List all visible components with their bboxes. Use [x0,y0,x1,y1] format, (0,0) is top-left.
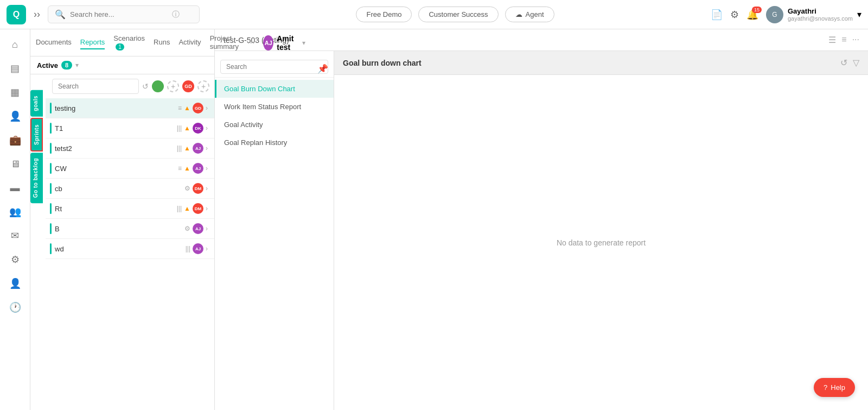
view-lines-icon[interactable]: ≡ [841,35,846,45]
goals-search-bar: ↺ + GD + [46,74,214,98]
global-search-input[interactable] [70,10,168,18]
user-profile[interactable]: G Gayathri gayathri@snovasys.com ▾ [766,6,861,23]
add-filter-button[interactable]: + [197,80,209,92]
active-dropdown-arrow[interactable]: ▾ [75,61,79,69]
sidebar-icon-calendar[interactable]: ▦ [4,81,26,103]
pin-icon[interactable]: 📌 [317,64,328,74]
tab-reports[interactable]: Reports [80,36,105,49]
report-item-replan-history[interactable]: Goal Replan History [215,134,334,152]
expand-button[interactable]: ›› [31,7,42,22]
goal-avatar: DM [193,203,203,214]
amit-name: Amit test [277,34,298,52]
goal-avatar: DK [193,123,203,134]
sidebar-icon-team[interactable]: 👥 [4,201,26,223]
scenarios-badge: 1 [116,43,124,51]
user-filter-avatar[interactable]: GD [182,80,194,92]
goal-avatar: AJ [193,143,203,154]
goal-row-testing[interactable]: testing ≡ ▲ GD › [46,98,214,118]
hamburger-icon: ≡ [178,104,182,112]
agent-button[interactable]: ☁ Agent [505,7,554,22]
sidebar-icon-tv[interactable]: ▤ [4,58,26,79]
tab-scenarios[interactable]: Scenarios 1 [113,32,145,54]
goal-row-rt[interactable]: Rt ||| ▲ DM › [46,199,214,219]
active-section: Active 8 ▾ [30,56,214,74]
view-list-icon[interactable]: ☰ [828,35,836,45]
goal-indicator [50,123,52,134]
reports-search-input[interactable] [220,60,328,74]
goal-avatar: GD [193,103,203,113]
tab-runs[interactable]: Runs [154,36,170,49]
sidebar-icon-mail[interactable]: ✉ [4,225,26,247]
goal-name: B [55,225,181,233]
goal-indicator [50,183,52,194]
chart-filter-icon[interactable]: ▽ [853,58,859,68]
goal-indicator [50,203,52,214]
settings-icon[interactable]: ⚙ [730,9,739,21]
tab-activity[interactable]: Activity [178,36,201,49]
sidebar-icon-monitor[interactable]: 🖥 [4,153,26,175]
chevron-right-icon[interactable]: › [206,104,208,112]
goal-name: T1 [55,124,174,133]
vtab-goals[interactable]: goals [30,90,43,117]
goals-search-input[interactable] [52,79,139,94]
sidebar-icon-card[interactable]: ▬ [4,177,26,199]
chevron-right-icon[interactable]: › [206,144,208,152]
reports-area: 📌 Goal Burn Down Chart Work Item Status … [215,51,868,410]
chart-refresh-icon[interactable]: ↺ [840,58,847,68]
report-item-burn-down[interactable]: Goal Burn Down Chart [215,80,334,98]
chevron-right-icon[interactable]: › [206,165,208,172]
goal-name: tetst2 [55,144,174,153]
chevron-right-icon[interactable]: › [206,124,208,132]
chevron-right-icon[interactable]: › [206,245,208,253]
bars-icon: ||| [177,205,182,212]
goal-row-cb[interactable]: cb ⚙ DM › [46,179,214,199]
tab-project-summary[interactable]: Project summary [210,32,239,54]
document-icon[interactable]: 📄 [711,9,723,21]
vertical-tabs: goals Sprints Go to backlog [30,90,43,204]
tab-more-button[interactable]: ··· [247,38,254,48]
status-dot[interactable] [152,80,164,92]
sidebar-icon-clock[interactable]: 🕐 [4,297,26,318]
nav-icon-group: 📄 ⚙ 🔔 15 G Gayathri gayathri@snovasys.co… [711,6,861,23]
bars-icon: ||| [177,144,182,152]
goal-name: testing [55,104,175,112]
view-more-icon[interactable]: ··· [852,35,859,45]
warn-icon: ▲ [184,165,190,172]
goal-row-t1[interactable]: T1 ||| ▲ DK › [46,118,214,138]
sidebar-icon-home[interactable]: ⌂ [4,34,26,55]
nav-center-actions: Free Demo Customer Success ☁ Agent [205,7,705,22]
user-dropdown-arrow[interactable]: ▾ [857,9,861,20]
amit-chevron[interactable]: ▾ [302,39,305,47]
chart-area: Goal burn down chart ↺ ▽ No data to gene… [334,51,868,410]
global-search-bar[interactable]: 🔍 ⓘ [48,5,200,23]
vtab-sprints[interactable]: Sprints [30,118,43,152]
chevron-right-icon[interactable]: › [206,205,208,212]
warn-icon: ▲ [184,205,190,212]
notifications-icon[interactable]: 🔔 15 [746,9,758,21]
logo[interactable]: Q [7,5,26,24]
sidebar-icon-user[interactable]: 👤 [4,105,26,127]
chevron-right-icon[interactable]: › [206,225,208,232]
sidebar: ⌂ ▤ ▦ 👤 💼 🖥 ▬ 👥 ✉ ⚙ 👤 🕐 [0,29,30,410]
goal-row-cw[interactable]: CW ≡ ▲ AJ › [46,159,214,179]
report-item-work-status[interactable]: Work Item Status Report [215,98,334,116]
help-button[interactable]: ? Help [814,378,855,397]
goal-indicator [50,223,52,234]
goal-row-b[interactable]: B ⚙ AJ › [46,219,214,239]
chevron-right-icon[interactable]: › [206,185,208,192]
goal-row-wd[interactable]: wd ||| AJ › [46,239,214,259]
goals-panel: Documents Reports Scenarios 1 Runs Activ… [30,29,215,410]
warn-icon: ▲ [184,144,190,152]
add-goal-button[interactable]: + [167,80,179,92]
refresh-icon[interactable]: ↺ [142,82,149,91]
warn-icon: ▲ [184,124,190,132]
sidebar-icon-person-settings[interactable]: 👤 [4,273,26,294]
free-demo-button[interactable]: Free Demo [356,7,412,22]
vtab-backlog[interactable]: Go to backlog [30,153,43,203]
tab-documents[interactable]: Documents [36,36,72,49]
sidebar-icon-briefcase[interactable]: 💼 [4,129,26,151]
sidebar-icon-gear[interactable]: ⚙ [4,249,26,270]
report-item-goal-activity[interactable]: Goal Activity [215,116,334,134]
customer-success-button[interactable]: Customer Success [418,7,498,22]
goal-row-tetst2[interactable]: tetst2 ||| ▲ AJ › [46,138,214,159]
